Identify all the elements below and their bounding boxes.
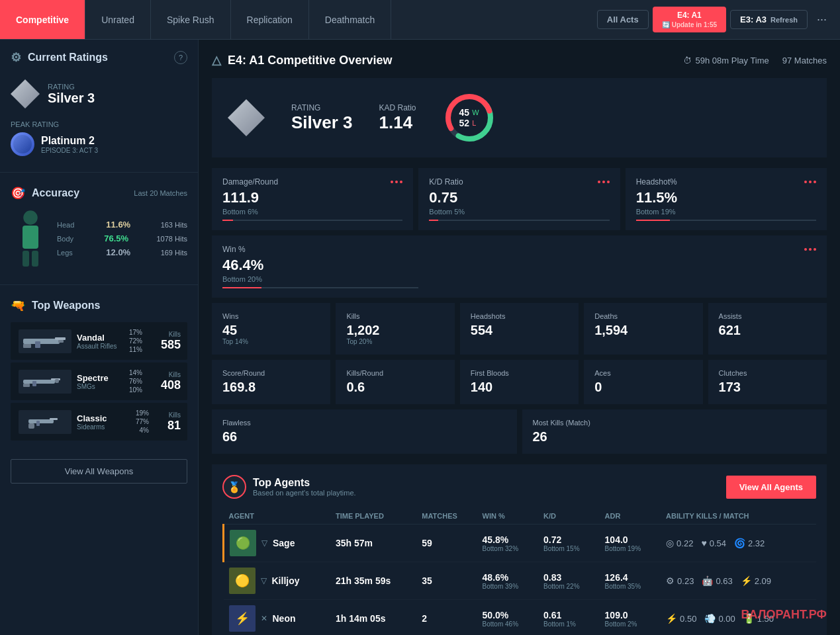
svg-rect-12 [32,381,36,386]
neon-role-icon: ✕ [261,614,267,623]
col-ability-kills: Ability Kills / Match [661,508,816,525]
ability-3-icon: 🌀 [734,538,745,548]
svg-rect-2 [23,251,29,267]
ability-1-icon: ◎ [666,538,674,548]
stats-row-3: Score/Round 169.8 Kills/Round 0.6 First … [212,360,827,404]
svg-rect-16 [28,423,34,429]
agent-killjoy-row: 🟡 ▽ Killjoy [229,568,325,594]
svg-point-0 [24,211,37,224]
tab-unrated[interactable]: Unrated [85,0,151,39]
classic-bars: 19% 77% 4% [129,409,162,434]
stat-damage-round: Damage/Round 111.9 Bottom 6% [212,168,413,230]
agents-title-text: Top Agents Based on agent's total playti… [253,477,356,497]
stats-row-4: Flawless 66 Most Kills (Match) 26 [212,409,827,454]
help-icon[interactable]: ? [174,51,187,64]
weapon-item-vandal: Vandal Assault Rifles 17% 72% 11% Kills [11,322,187,360]
win-loss-labels: 45 W 52 L [459,107,479,128]
stat-headshots: Headshots 554 [460,303,579,355]
view-all-weapons-button[interactable]: View All Weapons [11,459,187,484]
all-acts-button[interactable]: All Acts [597,10,649,29]
classic-image [19,410,71,434]
svg-rect-17 [36,421,40,426]
overview-title: △ E4: A1 Competitive Overview [212,53,392,67]
stat-flawless: Flawless 66 [212,409,517,454]
svg-rect-13 [55,379,59,383]
svg-rect-8 [58,340,64,343]
stat-wins: Wins 45 Top 14% [212,303,330,355]
svg-rect-6 [23,344,31,348]
classic-info: Classic Sidearms [77,413,124,431]
e4a1-button[interactable]: E4: A1 🔄 Update in 1:55 [653,7,726,32]
neon-ability-2-icon: 💨 [704,613,716,624]
svg-rect-4 [23,339,60,344]
tab-replication[interactable]: Replication [231,0,309,39]
classic-kills: Kills 81 [167,411,181,433]
vandal-kills: Kills 585 [161,331,181,352]
col-agent: Agent [224,508,330,525]
main-layout: ⚙ Current Ratings ? Rating Silver 3 Peak… [0,40,840,635]
col-matches: Matches [416,508,477,525]
neon-ability-kills: ⚡ 0.50 💨 0.00 🔋 1.50 [666,613,811,624]
rating-card-info: Rating Silver 3 [291,103,353,133]
stat-score-round: Score/Round 169.8 [212,360,330,404]
killjoy-ability-kills: ⚙ 0.23 🤖 0.63 ⚡ 2.09 [666,575,811,586]
svg-rect-14 [28,419,54,423]
neon-ability-3-icon: 🔋 [743,613,755,624]
rating-card-diamond-icon [228,99,265,136]
svg-rect-5 [55,337,66,340]
peak-diamond-icon [11,132,34,156]
e3a3-button[interactable]: E3: A3 Refresh [730,10,808,29]
spectre-info: Spectre SMGs [77,373,117,390]
svg-rect-3 [32,251,38,267]
kad-info: KAD Ratio 1.14 [379,103,416,133]
table-row: 🟢 ▽ Sage 35h 57m 59 45.8% [224,525,817,562]
stat-aces: Aces 0 [584,360,702,404]
stat-kills: Kills 1,202 Top 20% [336,303,454,355]
kj-ability-1-icon: ⚙ [666,575,675,586]
stat-more-button[interactable] [391,181,402,183]
stat-kd-ratio: K/D Ratio 0.75 Bottom 5% [418,168,620,230]
ratings-icon: ⚙ [11,50,21,65]
overview-meta: ⏱ 59h 08m Play Time 97 Matches [683,56,827,65]
rating-diamond-icon [11,79,40,108]
spectre-kills: Kills 408 [161,371,181,392]
stat-hs-more-button[interactable] [804,181,816,183]
agents-table: Agent Time Played Matches Win % K/D ADR … [222,508,816,635]
col-kd: K/D [538,508,600,525]
killjoy-role-icon: ▽ [261,576,267,585]
body-figure [11,210,50,271]
weapon-item-classic: Classic Sidearms 19% 77% 4% Kills [11,403,187,441]
view-all-agents-button[interactable]: View All Agents [726,476,816,499]
svg-rect-9 [23,380,55,384]
accuracy-section: 🎯 Accuracy Last 20 Matches [0,178,198,279]
kj-ability-3-icon: ⚡ [741,575,752,586]
agent-neon-row: ⚡ ✕ Neon [229,605,325,632]
tab-deathmatch[interactable]: Deathmatch [309,0,391,39]
win-pct-more-button[interactable] [804,248,816,251]
agent-sage-row: 🟢 ▽ Sage [230,530,325,556]
tab-competitive[interactable]: Competitive [0,0,85,39]
tab-spike-rush[interactable]: Spike Rush [151,0,231,39]
accuracy-title: 🎯 Accuracy [11,186,79,200]
top-agents-section: 🏅 Top Agents Based on agent's total play… [212,464,827,635]
spectre-bars: 14% 76% 10% [122,369,156,394]
clock-icon: ⏱ [683,56,692,65]
match-count: 97 Matches [782,56,827,65]
rating-card: Rating Silver 3 KAD Ratio 1.14 45 [212,78,827,157]
weapon-item-spectre: Spectre SMGs 14% 76% 10% Kills 4 [11,362,187,400]
neon-avatar: ⚡ [229,605,256,632]
weapons-icon: 🔫 [11,298,25,313]
accuracy-stats: Head 11.6% 163 Hits Body 76.5% 1078 Hits… [57,220,187,261]
top-weapons-title: 🔫 Top Weapons [11,298,187,313]
col-adr: ADR [600,508,661,525]
sage-avatar: 🟢 [230,530,256,556]
stat-headshot: Headshot% 11.5% Bottom 19% [626,168,827,230]
stats-row-1: Damage/Round 111.9 Bottom 6% K/D Ratio 0… [212,168,827,230]
more-options-button[interactable]: ··· [812,13,832,26]
nav-right-controls: All Acts E4: A1 🔄 Update in 1:55 E3: A3 … [589,0,840,39]
agents-header: 🏅 Top Agents Based on agent's total play… [222,475,816,499]
top-navigation: Competitive Unrated Spike Rush Replicati… [0,0,840,40]
sidebar: ⚙ Current Ratings ? Rating Silver 3 Peak… [0,40,199,635]
stat-kd-more-button[interactable] [598,181,610,183]
sage-ability-kills: ◎ 0.22 ♥ 0.54 🌀 2.32 [666,538,811,548]
